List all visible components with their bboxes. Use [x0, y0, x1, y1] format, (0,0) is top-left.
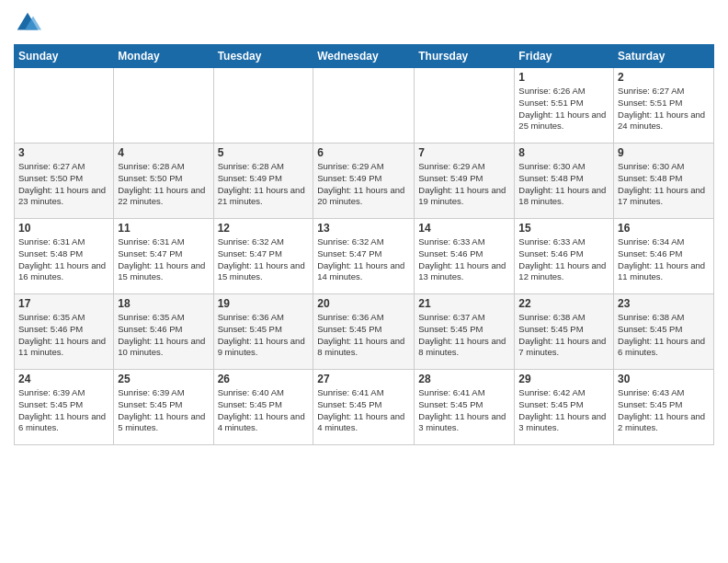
page-container: SundayMondayTuesdayWednesdayThursdayFrid…: [0, 0, 728, 563]
day-cell: 25Sunrise: 6:39 AM Sunset: 5:45 PM Dayli…: [114, 370, 213, 445]
day-number: 14: [418, 222, 510, 235]
day-cell: 26Sunrise: 6:40 AM Sunset: 5:45 PM Dayli…: [213, 370, 313, 445]
weekday-saturday: Saturday: [614, 45, 714, 68]
weekday-monday: Monday: [114, 45, 213, 68]
day-cell: [213, 68, 313, 144]
day-info: Sunrise: 6:27 AM Sunset: 5:50 PM Dayligh…: [18, 161, 109, 208]
day-number: 4: [118, 146, 209, 159]
day-number: 2: [618, 71, 710, 84]
day-cell: 16Sunrise: 6:34 AM Sunset: 5:46 PM Dayli…: [614, 219, 714, 294]
day-info: Sunrise: 6:35 AM Sunset: 5:46 PM Dayligh…: [118, 312, 209, 359]
day-cell: 3Sunrise: 6:27 AM Sunset: 5:50 PM Daylig…: [15, 144, 114, 219]
day-number: 6: [317, 146, 410, 159]
day-number: 11: [118, 222, 209, 235]
day-number: 13: [317, 222, 410, 235]
day-number: 25: [118, 373, 209, 385]
day-info: Sunrise: 6:33 AM Sunset: 5:46 PM Dayligh…: [418, 236, 510, 283]
week-row-2: 3Sunrise: 6:27 AM Sunset: 5:50 PM Daylig…: [15, 144, 714, 219]
day-info: Sunrise: 6:39 AM Sunset: 5:45 PM Dayligh…: [18, 387, 109, 434]
day-cell: 10Sunrise: 6:31 AM Sunset: 5:48 PM Dayli…: [15, 219, 114, 294]
day-info: Sunrise: 6:35 AM Sunset: 5:46 PM Dayligh…: [18, 312, 109, 359]
day-cell: 9Sunrise: 6:30 AM Sunset: 5:48 PM Daylig…: [614, 144, 714, 219]
day-cell: 2Sunrise: 6:27 AM Sunset: 5:51 PM Daylig…: [614, 68, 714, 144]
day-number: 20: [317, 297, 410, 310]
week-row-1: 1Sunrise: 6:26 AM Sunset: 5:51 PM Daylig…: [15, 68, 714, 144]
day-cell: 30Sunrise: 6:43 AM Sunset: 5:45 PM Dayli…: [614, 370, 714, 445]
day-number: 22: [518, 297, 609, 310]
day-number: 29: [518, 373, 609, 385]
weekday-header-row: SundayMondayTuesdayWednesdayThursdayFrid…: [15, 45, 714, 68]
day-cell: 4Sunrise: 6:28 AM Sunset: 5:50 PM Daylig…: [114, 144, 213, 219]
day-info: Sunrise: 6:38 AM Sunset: 5:45 PM Dayligh…: [518, 312, 609, 359]
day-number: 18: [118, 297, 209, 310]
calendar: SundayMondayTuesdayWednesdayThursdayFrid…: [14, 44, 714, 445]
day-info: Sunrise: 6:28 AM Sunset: 5:49 PM Dayligh…: [218, 161, 310, 208]
day-number: 12: [218, 222, 310, 235]
day-cell: [415, 68, 515, 144]
day-info: Sunrise: 6:33 AM Sunset: 5:46 PM Dayligh…: [518, 236, 609, 283]
day-info: Sunrise: 6:41 AM Sunset: 5:45 PM Dayligh…: [317, 387, 410, 434]
day-cell: 1Sunrise: 6:26 AM Sunset: 5:51 PM Daylig…: [515, 68, 614, 144]
day-number: 10: [18, 222, 109, 235]
day-cell: 21Sunrise: 6:37 AM Sunset: 5:45 PM Dayli…: [415, 294, 515, 370]
weekday-wednesday: Wednesday: [313, 45, 415, 68]
day-cell: 8Sunrise: 6:30 AM Sunset: 5:48 PM Daylig…: [515, 144, 614, 219]
day-cell: 24Sunrise: 6:39 AM Sunset: 5:45 PM Dayli…: [15, 370, 114, 445]
week-row-5: 24Sunrise: 6:39 AM Sunset: 5:45 PM Dayli…: [15, 370, 714, 445]
day-cell: 7Sunrise: 6:29 AM Sunset: 5:49 PM Daylig…: [415, 144, 515, 219]
day-cell: 6Sunrise: 6:29 AM Sunset: 5:49 PM Daylig…: [313, 144, 415, 219]
day-info: Sunrise: 6:30 AM Sunset: 5:48 PM Dayligh…: [618, 161, 710, 208]
day-info: Sunrise: 6:38 AM Sunset: 5:45 PM Dayligh…: [618, 312, 710, 359]
day-number: 30: [618, 373, 710, 385]
day-number: 16: [618, 222, 710, 235]
day-cell: 27Sunrise: 6:41 AM Sunset: 5:45 PM Dayli…: [313, 370, 415, 445]
day-info: Sunrise: 6:41 AM Sunset: 5:45 PM Dayligh…: [418, 387, 510, 434]
week-row-3: 10Sunrise: 6:31 AM Sunset: 5:48 PM Dayli…: [15, 219, 714, 294]
day-info: Sunrise: 6:28 AM Sunset: 5:50 PM Dayligh…: [118, 161, 209, 208]
day-number: 26: [218, 373, 310, 385]
day-cell: [114, 68, 213, 144]
day-info: Sunrise: 6:32 AM Sunset: 5:47 PM Dayligh…: [317, 236, 410, 283]
day-info: Sunrise: 6:40 AM Sunset: 5:45 PM Dayligh…: [218, 387, 310, 434]
day-number: 5: [218, 146, 310, 159]
day-info: Sunrise: 6:37 AM Sunset: 5:45 PM Dayligh…: [418, 312, 510, 359]
calendar-header: SundayMondayTuesdayWednesdayThursdayFrid…: [15, 45, 714, 68]
day-info: Sunrise: 6:43 AM Sunset: 5:45 PM Dayligh…: [618, 387, 710, 434]
header: [14, 9, 714, 37]
day-number: 27: [317, 373, 410, 385]
day-cell: 20Sunrise: 6:36 AM Sunset: 5:45 PM Dayli…: [313, 294, 415, 370]
day-cell: 11Sunrise: 6:31 AM Sunset: 5:47 PM Dayli…: [114, 219, 213, 294]
day-info: Sunrise: 6:26 AM Sunset: 5:51 PM Dayligh…: [518, 86, 609, 132]
day-info: Sunrise: 6:39 AM Sunset: 5:45 PM Dayligh…: [118, 387, 209, 434]
weekday-thursday: Thursday: [415, 45, 515, 68]
week-row-4: 17Sunrise: 6:35 AM Sunset: 5:46 PM Dayli…: [15, 294, 714, 370]
day-number: 8: [518, 146, 609, 159]
day-number: 24: [18, 373, 109, 385]
weekday-sunday: Sunday: [15, 45, 114, 68]
day-cell: 19Sunrise: 6:36 AM Sunset: 5:45 PM Dayli…: [213, 294, 313, 370]
day-info: Sunrise: 6:36 AM Sunset: 5:45 PM Dayligh…: [218, 312, 310, 359]
day-cell: 14Sunrise: 6:33 AM Sunset: 5:46 PM Dayli…: [415, 219, 515, 294]
day-info: Sunrise: 6:27 AM Sunset: 5:51 PM Dayligh…: [618, 86, 710, 132]
day-number: 23: [618, 297, 710, 310]
day-info: Sunrise: 6:31 AM Sunset: 5:47 PM Dayligh…: [118, 236, 209, 283]
day-cell: [15, 68, 114, 144]
day-number: 3: [18, 146, 109, 159]
day-cell: [313, 68, 415, 144]
day-cell: 15Sunrise: 6:33 AM Sunset: 5:46 PM Dayli…: [515, 219, 614, 294]
weekday-friday: Friday: [515, 45, 614, 68]
day-cell: 22Sunrise: 6:38 AM Sunset: 5:45 PM Dayli…: [515, 294, 614, 370]
day-info: Sunrise: 6:29 AM Sunset: 5:49 PM Dayligh…: [418, 161, 510, 208]
day-info: Sunrise: 6:31 AM Sunset: 5:48 PM Dayligh…: [18, 236, 109, 283]
day-info: Sunrise: 6:32 AM Sunset: 5:47 PM Dayligh…: [218, 236, 310, 283]
day-cell: 5Sunrise: 6:28 AM Sunset: 5:49 PM Daylig…: [213, 144, 313, 219]
day-number: 17: [18, 297, 109, 310]
logo-icon: [14, 9, 41, 37]
day-info: Sunrise: 6:42 AM Sunset: 5:45 PM Dayligh…: [518, 387, 609, 434]
day-cell: 13Sunrise: 6:32 AM Sunset: 5:47 PM Dayli…: [313, 219, 415, 294]
day-number: 21: [418, 297, 510, 310]
day-info: Sunrise: 6:36 AM Sunset: 5:45 PM Dayligh…: [317, 312, 410, 359]
day-number: 1: [518, 71, 609, 84]
day-number: 28: [418, 373, 510, 385]
day-number: 9: [618, 146, 710, 159]
